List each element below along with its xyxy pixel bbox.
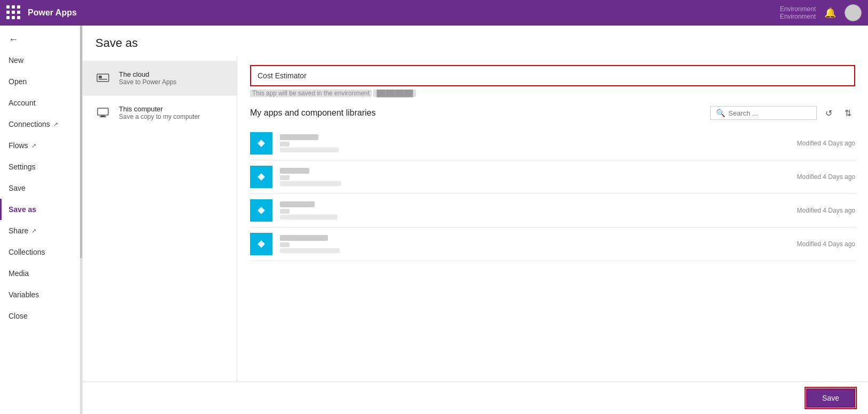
app-name-input-wrapper bbox=[250, 65, 855, 86]
sidebar-item-share[interactable]: Share ↗ bbox=[0, 220, 82, 241]
cloud-icon bbox=[93, 68, 112, 87]
svg-rect-5 bbox=[100, 117, 106, 118]
external-link-icon: ↗ bbox=[53, 121, 58, 128]
search-input[interactable] bbox=[728, 109, 811, 117]
sidebar-item-connections[interactable]: Connections ↗ bbox=[0, 113, 82, 135]
sidebar-item-variables[interactable]: Variables bbox=[0, 284, 82, 305]
topbar-right: Environment Environment 🔔 bbox=[780, 4, 862, 21]
page-title: Save as bbox=[95, 36, 855, 50]
external-link-icon: ↗ bbox=[31, 142, 36, 149]
environment-label: Environment Environment bbox=[780, 5, 816, 20]
app-row[interactable]: Modified 4 Days ago bbox=[250, 127, 855, 160]
sidebar-item-label: Account bbox=[9, 99, 36, 107]
sort-button[interactable]: ⇅ bbox=[840, 105, 855, 120]
topbar: Power Apps Environment Environment 🔔 bbox=[0, 0, 868, 26]
svg-rect-1 bbox=[99, 76, 102, 78]
app-info bbox=[280, 168, 790, 186]
refresh-button[interactable]: ↺ bbox=[821, 105, 836, 120]
footer-bar: Save bbox=[83, 381, 868, 414]
search-box[interactable]: 🔍 bbox=[710, 106, 817, 120]
saveas-body: The cloud Save to Power Apps bbox=[83, 56, 868, 381]
sidebar-item-label: Share bbox=[9, 226, 28, 235]
location-cloud-title: The cloud bbox=[119, 70, 176, 78]
sidebar-item-label: Open bbox=[9, 77, 27, 86]
back-button[interactable]: ← bbox=[0, 26, 82, 50]
location-cloud-subtitle: Save to Power Apps bbox=[119, 78, 176, 86]
main-layout: ← New Open Account Connections ↗ Flows ↗… bbox=[0, 26, 868, 414]
computer-icon bbox=[93, 103, 112, 122]
right-panel: This app will be saved in the environmen… bbox=[237, 56, 868, 381]
app-title: Power Apps bbox=[28, 8, 77, 18]
topbar-left: Power Apps bbox=[6, 5, 77, 20]
location-cloud[interactable]: The cloud Save to Power Apps bbox=[83, 61, 237, 95]
env-note: This app will be saved in the environmen… bbox=[250, 90, 855, 97]
sidebar-item-new[interactable]: New bbox=[0, 50, 82, 71]
sidebar-item-label: Flows bbox=[9, 141, 28, 150]
location-computer-text: This computer Save a copy to my computer bbox=[119, 105, 200, 120]
sidebar-item-save[interactable]: Save bbox=[0, 177, 82, 199]
sidebar-item-label: New bbox=[9, 56, 23, 64]
sidebar-item-open[interactable]: Open bbox=[0, 71, 82, 92]
sidebar-item-close[interactable]: Close bbox=[0, 305, 82, 327]
sidebar-scrollbar bbox=[80, 26, 82, 414]
sidebar-item-flows[interactable]: Flows ↗ bbox=[0, 135, 82, 156]
app-row[interactable]: Modified 4 Days ago bbox=[250, 228, 855, 261]
sidebar-item-label: Close bbox=[9, 312, 28, 320]
sidebar-item-collections[interactable]: Collections bbox=[0, 241, 82, 263]
content-area: Save as The cloud bbox=[83, 26, 868, 414]
sidebar-scrollbar-thumb bbox=[80, 26, 82, 258]
saveas-header: Save as bbox=[83, 26, 868, 56]
app-icon bbox=[250, 132, 272, 155]
sidebar-item-label: Variables bbox=[9, 290, 39, 299]
sidebar-item-label: Connections bbox=[9, 120, 50, 128]
app-icon bbox=[250, 166, 272, 188]
apps-section: My apps and component libraries 🔍 ↺ ⇅ bbox=[250, 105, 855, 373]
app-name-input[interactable] bbox=[251, 66, 854, 85]
sidebar-item-account[interactable]: Account bbox=[0, 92, 82, 113]
save-button[interactable]: Save bbox=[806, 388, 855, 408]
location-computer[interactable]: This computer Save a copy to my computer bbox=[83, 95, 237, 129]
app-modified: Modified 4 Days ago bbox=[797, 207, 855, 214]
location-computer-subtitle: Save a copy to my computer bbox=[119, 113, 200, 120]
location-cloud-text: The cloud Save to Power Apps bbox=[119, 70, 176, 86]
search-icon: 🔍 bbox=[716, 109, 725, 117]
svg-rect-2 bbox=[99, 79, 107, 80]
app-info bbox=[280, 201, 790, 220]
external-link-icon: ↗ bbox=[31, 228, 36, 234]
sidebar-item-settings[interactable]: Settings bbox=[0, 156, 82, 177]
sidebar-item-save-as[interactable]: Save as bbox=[0, 199, 82, 220]
sidebar: ← New Open Account Connections ↗ Flows ↗… bbox=[0, 26, 83, 414]
saveas-page: Save as The cloud bbox=[83, 26, 868, 414]
sidebar-item-label: Save bbox=[9, 184, 26, 192]
sidebar-item-label: Save as bbox=[9, 205, 36, 214]
location-computer-title: This computer bbox=[119, 105, 200, 113]
app-icon bbox=[250, 233, 272, 255]
grid-icon[interactable] bbox=[6, 5, 21, 20]
sidebar-item-label: Settings bbox=[9, 163, 36, 171]
apps-section-actions: 🔍 ↺ ⇅ bbox=[710, 105, 855, 120]
sidebar-item-label: Collections bbox=[9, 248, 45, 256]
sidebar-item-label: Media bbox=[9, 269, 29, 278]
notification-bell[interactable]: 🔔 bbox=[824, 7, 836, 19]
app-modified: Modified 4 Days ago bbox=[797, 140, 855, 147]
user-avatar[interactable] bbox=[845, 4, 862, 21]
app-row[interactable]: Modified 4 Days ago bbox=[250, 160, 855, 194]
apps-section-title: My apps and component libraries bbox=[250, 108, 376, 118]
svg-rect-3 bbox=[98, 108, 108, 115]
app-info bbox=[280, 235, 790, 253]
app-icon bbox=[250, 199, 272, 222]
apps-section-header: My apps and component libraries 🔍 ↺ ⇅ bbox=[250, 105, 855, 120]
app-modified: Modified 4 Days ago bbox=[797, 173, 855, 181]
app-info bbox=[280, 134, 790, 152]
sidebar-item-media[interactable]: Media bbox=[0, 263, 82, 284]
env-name-badge: ████████ bbox=[373, 90, 416, 97]
app-modified: Modified 4 Days ago bbox=[797, 240, 855, 248]
apps-list: Modified 4 Days ago bbox=[250, 127, 855, 373]
location-panel: The cloud Save to Power Apps bbox=[83, 56, 237, 381]
app-row[interactable]: Modified 4 Days ago bbox=[250, 194, 855, 228]
